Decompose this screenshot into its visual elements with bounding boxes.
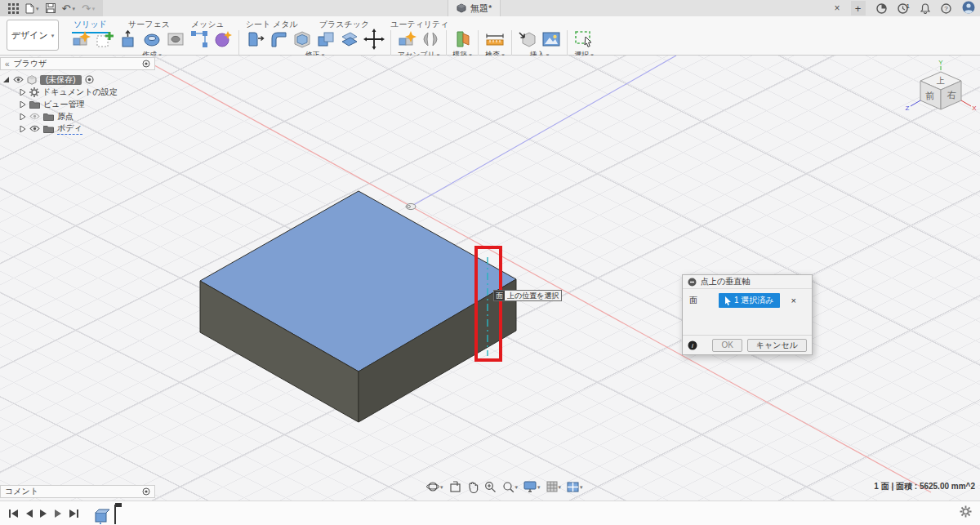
avatar[interactable] — [962, 1, 975, 16]
face-field-label: 面 — [689, 295, 697, 306]
collapse-panel-icon[interactable]: « — [5, 60, 10, 69]
selection-chip[interactable]: 1 選択済み — [719, 293, 780, 308]
pan-hand-icon — [467, 481, 479, 493]
browser-item-bodies[interactable]: ボディ — [3, 122, 118, 135]
help-button[interactable]: ? — [941, 3, 951, 14]
root-document-label[interactable]: (未保存) — [40, 75, 82, 85]
comments-panel-header[interactable]: コメント — [0, 485, 155, 498]
extrude-icon[interactable] — [118, 29, 138, 49]
combine-icon[interactable] — [316, 29, 336, 49]
folder-icon — [43, 113, 54, 121]
dialog-footer: i OK キャンセル — [683, 335, 812, 354]
offset-face-icon[interactable] — [340, 29, 359, 49]
fillet-icon[interactable] — [269, 29, 288, 49]
grid-caret-icon: ▾ — [559, 484, 562, 490]
move-copy-icon[interactable] — [363, 29, 385, 50]
browser-item-named-views[interactable]: ビュー管理 — [3, 98, 118, 110]
z-axis-label: Z — [906, 105, 910, 112]
redo-caret-icon: ▾ — [92, 6, 96, 11]
origin-marker[interactable] — [406, 203, 416, 209]
orbit-button[interactable]: ▾ — [426, 480, 443, 493]
joint-icon[interactable] — [421, 29, 440, 49]
press-pull-icon[interactable] — [245, 29, 265, 49]
navigation-bar: ▾ ▾ — [426, 480, 583, 493]
collapsed-arrow-icon[interactable] — [20, 101, 26, 108]
viewports-button[interactable]: ▾ — [567, 482, 583, 492]
construction-plane-icon[interactable] — [452, 29, 472, 49]
undo-button[interactable]: ↶ ▾ — [62, 2, 75, 15]
play-button[interactable] — [39, 509, 48, 518]
create-sketch-icon[interactable] — [95, 29, 114, 49]
notification-center-button[interactable]: 1 — [898, 3, 910, 14]
insert-canvas-icon[interactable] — [541, 29, 561, 49]
expanded-arrow-icon[interactable] — [3, 77, 10, 83]
box-feature-icon[interactable] — [94, 506, 110, 524]
insert-derive-icon[interactable] — [518, 29, 537, 49]
go-to-start-button[interactable] — [8, 509, 19, 518]
save-button[interactable] — [46, 3, 56, 13]
browser-panel-header[interactable]: « ブラウザ — [0, 57, 155, 70]
close-tab-button[interactable]: × — [835, 2, 840, 14]
alerts-button[interactable] — [920, 3, 930, 14]
ok-button[interactable]: OK — [712, 339, 742, 352]
workspace-switcher[interactable]: デザイン ▾ — [7, 20, 59, 51]
timeline-playhead[interactable] — [112, 503, 122, 524]
collapsed-arrow-icon[interactable] — [20, 126, 26, 132]
viewcube[interactable]: 上 前 右 Y Z X — [902, 59, 980, 124]
collapsed-arrow-icon[interactable] — [20, 113, 26, 120]
new-solid-icon[interactable] — [71, 29, 91, 49]
revolve-icon[interactable] — [142, 29, 162, 49]
model-viewport[interactable]: 面 上の位置を選択 « ブラウザ (未保存) — [0, 56, 980, 501]
zoom-button[interactable] — [484, 481, 497, 493]
step-forward-button[interactable] — [54, 509, 63, 518]
select-tool-icon[interactable] — [573, 29, 595, 49]
item-label: 原点 — [57, 111, 74, 122]
document-tab[interactable]: 無題* — [448, 0, 501, 16]
go-to-end-button[interactable] — [69, 509, 79, 518]
look-at-icon — [449, 481, 461, 493]
activate-target-icon[interactable] — [85, 75, 94, 84]
zoom-window-button[interactable]: ▾ — [502, 481, 519, 493]
pan-button[interactable] — [467, 481, 479, 493]
step-back-button[interactable] — [24, 509, 33, 518]
panel-options-icon[interactable] — [142, 487, 150, 496]
file-caret-icon: ▾ — [36, 6, 39, 11]
measure-icon[interactable] — [484, 29, 506, 49]
browser-item-origin[interactable]: 原点 — [3, 110, 118, 122]
undo-icon: ↶ — [62, 2, 71, 15]
z-axis-line[interactable] — [411, 56, 676, 207]
pipe-icon[interactable] — [189, 29, 209, 49]
new-tab-button[interactable]: + — [851, 1, 866, 16]
app-grid-icon[interactable] — [8, 3, 19, 14]
titlebar: ▾ ↶ ▾ ↷ ▾ 無題* × + — [0, 0, 980, 16]
redo-button[interactable]: ↷ ▾ — [82, 2, 95, 15]
visibility-eye-icon[interactable] — [29, 125, 40, 132]
shell-icon[interactable] — [292, 29, 312, 49]
visibility-eye-icon[interactable] — [29, 113, 40, 120]
settings-gear-icon[interactable] — [960, 505, 972, 518]
clear-selection-icon[interactable]: × — [791, 296, 796, 305]
scene-canvas — [0, 56, 980, 501]
selection-status: 1 面 | 面積 : 5625.00 mm^2 — [874, 481, 975, 492]
visibility-eye-icon[interactable] — [13, 76, 24, 83]
new-component-icon[interactable] — [397, 29, 416, 49]
panel-options-icon[interactable] — [142, 60, 150, 68]
hole-icon[interactable] — [166, 29, 185, 49]
browser-item-document-settings[interactable]: ドキュメントの設定 — [3, 86, 118, 98]
cancel-button[interactable]: キャンセル — [747, 339, 807, 352]
workspace-label: デザイン — [11, 29, 48, 42]
y-axis-label: Y — [938, 59, 943, 66]
file-menu-button[interactable]: ▾ — [25, 3, 39, 14]
info-icon[interactable]: i — [688, 340, 697, 350]
tooltip-prefix: 面 — [494, 291, 505, 300]
axis-through-point-dialog[interactable]: 点上の垂直軸 面 1 選択済み × i OK キャンセル — [682, 274, 813, 355]
browser-root-row[interactable]: (未保存) — [3, 73, 118, 86]
job-status-button[interactable] — [876, 3, 887, 14]
look-at-button[interactable] — [449, 481, 461, 493]
grid-settings-button[interactable]: ▾ — [546, 481, 562, 492]
dialog-titlebar[interactable]: 点上の垂直軸 — [683, 275, 812, 289]
display-settings-button[interactable]: ▾ — [523, 481, 541, 492]
create-form-icon[interactable] — [213, 29, 233, 49]
orbit-caret-icon: ▾ — [440, 484, 443, 490]
collapsed-arrow-icon[interactable] — [20, 89, 26, 96]
